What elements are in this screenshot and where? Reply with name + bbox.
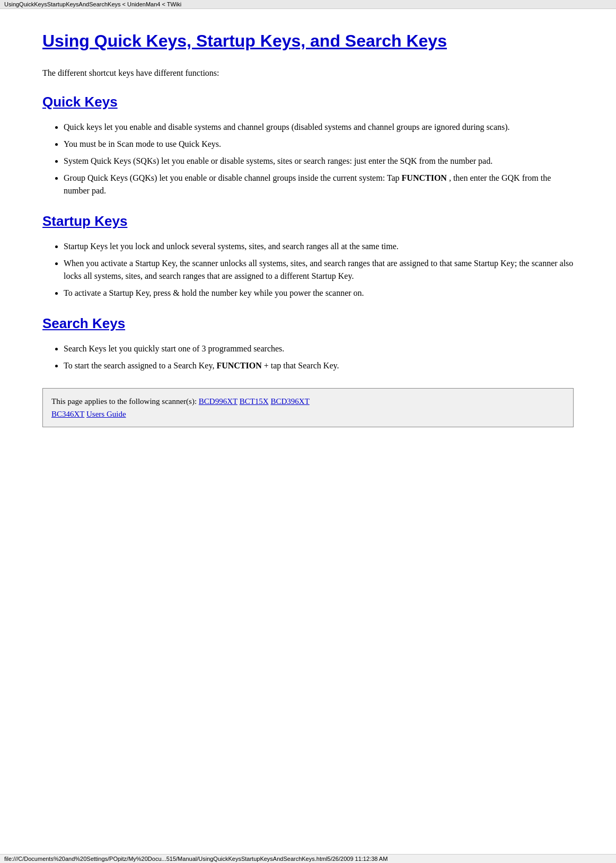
intro-text: The different shortcut keys have differe… — [42, 68, 574, 78]
link-bc346xt[interactable]: BC346XT — [51, 410, 84, 418]
list-item: System Quick Keys (SQKs) let you enable … — [64, 155, 574, 168]
list-item: Startup Keys let you lock and unlock sev… — [64, 240, 574, 253]
list-item: Quick keys let you enable and disable sy… — [64, 121, 574, 134]
startup-keys-list: Startup Keys let you lock and unlock sev… — [64, 240, 574, 300]
applies-box: This page applies to the following scann… — [42, 388, 574, 427]
search-keys-heading[interactable]: Search Keys — [42, 315, 574, 332]
quick-keys-list: Quick keys let you enable and disable sy… — [64, 121, 574, 197]
browser-title: UsingQuickKeysStartupKeysAndSearchKeys <… — [0, 0, 616, 9]
link-bcd996xt[interactable]: BCD996XT — [199, 397, 237, 406]
list-item: Group Quick Keys (GQKs) let you enable o… — [64, 172, 574, 197]
list-item: When you activate a Startup Key, the sca… — [64, 257, 574, 283]
link-bct15x[interactable]: BCT15X — [240, 397, 269, 406]
list-item: To start the search assigned to a Search… — [64, 359, 574, 372]
search-keys-list: Search Keys let you quickly start one of… — [64, 342, 574, 372]
link-bcd396xt[interactable]: BCD396XT — [270, 397, 309, 406]
bottom-bar: file:///C/Documents%20and%20Settings/POp… — [0, 854, 616, 863]
list-item: To activate a Startup Key, press & hold … — [64, 287, 574, 300]
startup-keys-heading[interactable]: Startup Keys — [42, 213, 574, 230]
quick-keys-heading[interactable]: Quick Keys — [42, 94, 574, 110]
applies-prefix: This page applies to the following scann… — [51, 397, 197, 406]
link-users-guide[interactable]: Users Guide — [86, 410, 126, 418]
list-item: Search Keys let you quickly start one of… — [64, 342, 574, 355]
list-item: You must be in Scan mode to use Quick Ke… — [64, 138, 574, 151]
page-title: Using Quick Keys, Startup Keys, and Sear… — [42, 30, 574, 52]
page-content: Using Quick Keys, Startup Keys, and Sear… — [0, 9, 616, 464]
